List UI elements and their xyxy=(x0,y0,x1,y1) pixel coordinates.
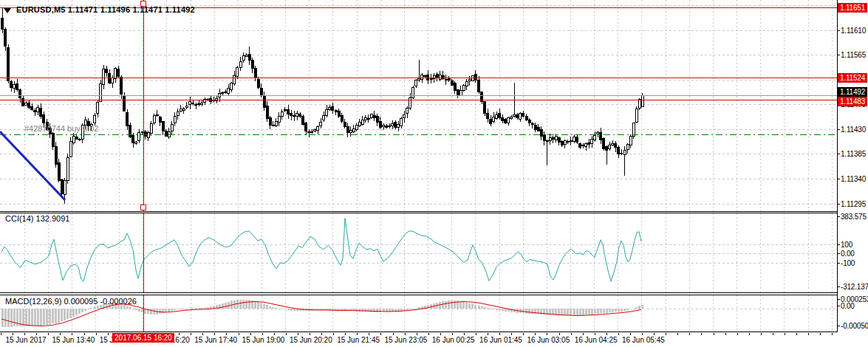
macd-histogram-bar xyxy=(129,307,131,309)
candle-body xyxy=(418,78,420,80)
macd-histogram-bar xyxy=(493,309,495,309)
candle-body xyxy=(394,123,397,128)
time-axis[interactable]: 15 Jun 201715 Jun 13:4015 Jun 15:0015 Ju… xyxy=(0,332,868,347)
candle-body xyxy=(228,88,230,93)
time-tick xyxy=(571,333,572,335)
time-tick xyxy=(345,333,346,335)
time-tick xyxy=(380,333,381,335)
candle-body xyxy=(525,116,527,120)
candle-body xyxy=(490,120,492,124)
mt4-chart-window: EURUSD,M5 1.11471 1.11496 1.11471 1.1149… xyxy=(0,0,868,347)
price-axis-label: 1.11295 xyxy=(841,200,866,208)
macd-histogram-bar xyxy=(558,309,560,315)
time-tick xyxy=(452,333,453,335)
candle-body xyxy=(379,121,381,128)
axis-tick xyxy=(838,244,840,245)
time-tick xyxy=(606,333,607,335)
candle-body xyxy=(103,69,105,85)
candle-body xyxy=(561,142,563,145)
cci-panel-canvas[interactable] xyxy=(0,213,837,292)
time-tick xyxy=(476,333,476,335)
macd-histogram-bar xyxy=(603,309,605,313)
candle-body xyxy=(424,75,426,76)
candle-body xyxy=(609,145,611,149)
macd-histogram-bar xyxy=(499,309,501,310)
macd-histogram-bar xyxy=(462,302,465,309)
cci-axis-label: 383.575 xyxy=(841,213,867,221)
time-tick xyxy=(464,333,465,335)
macd-axis-label: -0.000506 xyxy=(841,322,868,330)
macd-histogram-bar xyxy=(287,309,290,310)
candle-body xyxy=(159,117,161,122)
time-tick xyxy=(13,333,13,335)
candle-body xyxy=(72,137,75,143)
time-tick xyxy=(796,333,797,335)
candle-body xyxy=(290,114,293,116)
candle-body xyxy=(558,138,560,142)
macd-histogram-bar xyxy=(612,309,614,312)
time-tick xyxy=(24,333,25,335)
candle-body xyxy=(367,119,369,120)
macd-histogram-bar xyxy=(195,308,197,309)
candle-body xyxy=(409,97,411,108)
price-axis[interactable]: 1.116101.115651.115201.114751.114301.113… xyxy=(837,0,868,347)
macd-histogram-bar xyxy=(293,309,295,311)
candle-body xyxy=(64,181,66,194)
macd-histogram-bar xyxy=(236,300,239,309)
candle-body xyxy=(126,112,129,126)
macd-histogram-bar xyxy=(397,309,400,312)
candle-body xyxy=(471,76,474,80)
time-tick xyxy=(583,333,584,335)
time-tick xyxy=(36,333,37,335)
macd-histogram-bar xyxy=(207,307,209,309)
main-chart-canvas[interactable] xyxy=(0,0,837,211)
axis-tick xyxy=(838,216,840,217)
candle-body xyxy=(117,69,120,76)
candle-body xyxy=(236,68,239,76)
time-tick xyxy=(535,333,536,335)
candle-body xyxy=(448,79,450,80)
macd-histogram-bar xyxy=(418,307,420,309)
axis-tick xyxy=(838,306,840,306)
candle-body xyxy=(555,137,557,140)
candle-body xyxy=(341,116,343,121)
time-tick xyxy=(191,333,191,335)
macd-histogram-bar xyxy=(225,303,227,309)
cci-axis-label: 100 xyxy=(841,241,852,249)
candle-body xyxy=(496,115,498,119)
macd-histogram-bar xyxy=(484,307,486,309)
macd-histogram-bar xyxy=(132,309,134,309)
trendline[interactable] xyxy=(0,131,65,200)
macd-histogram-bar xyxy=(528,309,530,314)
candle-body xyxy=(308,132,310,133)
candle-body xyxy=(272,126,274,126)
macd-histogram-bar xyxy=(66,309,69,319)
chart-title-ohlc: EURUSD,M5 1.11471 1.11496 1.11471 1.1149… xyxy=(16,5,195,14)
macd-histogram-bar xyxy=(228,302,230,309)
panel-separator xyxy=(0,213,837,213)
candle-body xyxy=(269,118,271,126)
macd-histogram-bar xyxy=(623,309,626,311)
candle-body xyxy=(120,78,123,95)
candle-body xyxy=(174,117,176,123)
candle-body xyxy=(109,74,111,83)
time-tick xyxy=(701,333,702,335)
candle-body xyxy=(293,115,295,116)
macd-histogram-bar xyxy=(168,309,170,312)
level-price-badge: 1.11483 xyxy=(838,97,867,106)
time-tick xyxy=(298,333,298,335)
chart-plot-area[interactable] xyxy=(0,0,837,332)
macd-histogram-bar xyxy=(254,301,256,309)
candle-body xyxy=(400,119,403,126)
candle-body xyxy=(383,126,385,127)
macd-histogram-bar xyxy=(502,309,504,311)
macd-histogram-bar xyxy=(281,309,283,309)
candle-body xyxy=(326,109,328,115)
price-axis-label: 1.11565 xyxy=(841,51,866,59)
macd-histogram-bar xyxy=(257,302,259,309)
macd-histogram-bar xyxy=(81,309,83,312)
macd-histogram-bar xyxy=(245,300,247,309)
macd-histogram-bar xyxy=(606,309,608,313)
candle-body xyxy=(335,110,337,111)
vline-selection-handle[interactable] xyxy=(141,205,146,210)
